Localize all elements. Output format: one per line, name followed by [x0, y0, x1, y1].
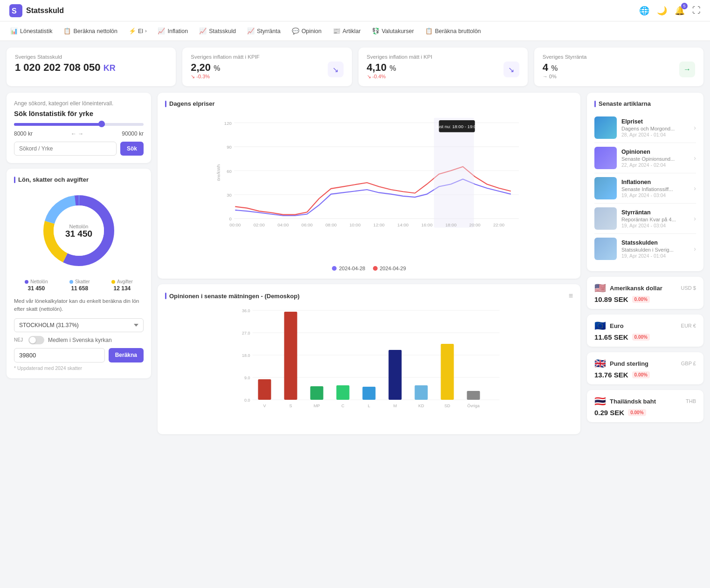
nav-styrrantan[interactable]: 📈 Styrränta [242, 25, 285, 37]
bar-V [258, 379, 271, 400]
left-column: Ange sökord, kategori eller löneinterval… [7, 93, 151, 434]
svg-text:Just nu: 18:00 - 19:00: Just nu: 18:00 - 19:00 [435, 124, 479, 129]
bell-icon[interactable]: 🔔 5 [675, 6, 685, 16]
nav-label: Artiklar [343, 28, 361, 34]
article-date: 19, Apr 2024 - 03:04 [621, 223, 689, 228]
nav-label: Valutakurser [382, 28, 414, 34]
expand-icon[interactable]: ⛶ [692, 6, 701, 15]
stat-statsskuld: Sveriges Statsskuld 1 020 202 708 050 KR [7, 48, 176, 86]
logo[interactable]: S Statsskuld [9, 4, 64, 17]
svg-text:16:00: 16:00 [421, 222, 433, 227]
currency-left: 🇺🇸 Amerikansk dollar [594, 282, 662, 294]
thb-flag: 🇹🇭 [594, 396, 606, 407]
nav-label: Styrränta [257, 28, 281, 34]
bar-SD [441, 344, 454, 400]
stat-label: Sveriges inflation mätt i KPI [367, 54, 519, 60]
legend-series1: 2024-04-28 [332, 266, 365, 271]
nav-statsskuld[interactable]: 📈 Statsskuld [194, 25, 241, 37]
range-thumb[interactable] [98, 121, 105, 127]
opinion-card: Opinionen i senaste mätningen - (Demosko… [158, 284, 580, 434]
usd-flag: 🇺🇸 [594, 282, 606, 294]
nav-berakna-nettolons[interactable]: 📋 Beräkna nettolön [59, 25, 122, 37]
church-toggle[interactable] [28, 336, 44, 344]
church-no-label: NEJ [14, 337, 23, 342]
salary-search-button[interactable]: Sök [120, 142, 144, 156]
salary-range-bar[interactable] [14, 123, 144, 126]
svg-text:C: C [341, 403, 345, 408]
opinion-menu-icon[interactable]: ≡ [569, 292, 573, 300]
svg-text:20:00: 20:00 [469, 222, 481, 227]
article-info: Inflationen Senaste Inflationssiff... 19… [621, 179, 689, 198]
articles-card: Senaste artiklarna Elpriset Dagens och M… [587, 93, 703, 271]
currency-left: 🇪🇺 Euro [594, 320, 624, 331]
gross-input[interactable] [14, 348, 105, 362]
chevron-right-icon: › [145, 28, 146, 34]
nettolons-icon: 📋 [63, 27, 71, 34]
article-item[interactable]: Inflationen Senaste Inflationssiff... 19… [594, 173, 696, 204]
nav-valutakurser[interactable]: 💱 Valutakurser [367, 25, 419, 37]
nav-inflation[interactable]: 📈 Inflation [153, 25, 193, 37]
header: S Statsskuld 🌐 🌙 🔔 5 ⛶ [0, 0, 710, 21]
salary-title: Sök lönstatistik för yrke [14, 109, 144, 117]
lonestatistik-icon: 📊 [10, 27, 18, 34]
currency-thb: 🇹🇭 Thailändsk baht THB 0.29 SEK 0.00% [587, 390, 703, 422]
bar-M [389, 350, 402, 400]
article-title: Inflationen [621, 179, 689, 185]
stat-label: Sveriges Statsskuld [15, 54, 167, 60]
svg-text:27.0: 27.0 [242, 331, 250, 335]
article-item[interactable]: Statsskulden Statsskulden i Sverig... 19… [594, 234, 696, 264]
article-item[interactable]: Opinionen Senaste Opinionsund... 22, Apr… [594, 143, 696, 173]
nav-lonestatistik[interactable]: 📊 Lönestatistik [6, 25, 57, 37]
nav-opinion[interactable]: 💬 Opinion [287, 25, 326, 37]
avgifter-label: Avgifter [117, 279, 133, 284]
gbp-name: Pund sterling [610, 360, 648, 367]
svg-text:31 450: 31 450 [65, 229, 92, 239]
article-chevron-icon: › [694, 215, 696, 222]
bar-MP [310, 386, 324, 400]
gbp-value: 13.76 SEK [594, 371, 628, 379]
article-date: 28, Apr 2024 - 01:04 [621, 132, 689, 137]
thb-change: 0.00% [628, 409, 646, 416]
nav-berakna-bruttolons[interactable]: 📋 Beräkna bruttolön [420, 25, 486, 37]
electricity-title: Dagens elpriser [165, 100, 573, 107]
salary-search-input[interactable] [14, 142, 117, 156]
article-title: Elpriset [621, 118, 689, 125]
range-nav[interactable]: ← → [71, 130, 83, 137]
range-min: 8000 kr [14, 130, 33, 137]
svg-text:S: S [12, 7, 17, 15]
article-thumb [594, 177, 617, 199]
bar-S [284, 312, 297, 400]
svg-text:0.0: 0.0 [244, 398, 250, 403]
svg-text:36.0: 36.0 [242, 308, 250, 313]
article-item[interactable]: Elpriset Dagens och Morgond... 28, Apr 2… [594, 113, 696, 143]
opinion-icon: 💬 [292, 27, 299, 34]
article-chevron-icon: › [694, 245, 696, 253]
main-content: Ange sökord, kategori eller löneinterval… [0, 86, 710, 441]
calc-button[interactable]: Beräkna [109, 348, 144, 362]
nav-el[interactable]: ⚡ El › [124, 25, 151, 37]
usd-change: 0.00% [632, 296, 650, 303]
article-item[interactable]: Styrräntan Reporäntan Kvar på 4... 19, A… [594, 204, 696, 234]
nav-artiklar[interactable]: 📰 Artiklar [328, 25, 365, 37]
svg-text:9.0: 9.0 [244, 376, 250, 380]
currency-gbp: 🇬🇧 Pund sterling GBP £ 13.76 SEK 0.00% [587, 352, 703, 384]
svg-text:0: 0 [229, 216, 231, 221]
svg-text:04:00: 04:00 [277, 222, 289, 227]
stat-kpi: Sveriges inflation mätt i KPI 4,10 % ↘ -… [358, 48, 528, 86]
series1-label: 2024-04-28 [339, 266, 365, 271]
article-date: 19, Apr 2024 - 01:04 [621, 253, 689, 259]
salary-breakdown-title: Lön, skatter och avgifter [14, 176, 144, 183]
svg-text:KD: KD [418, 403, 424, 408]
currency-header: 🇹🇭 Thailändsk baht THB [594, 396, 696, 407]
currency-header: 🇬🇧 Pund sterling GBP £ [594, 358, 696, 369]
series2-dot [373, 266, 378, 271]
dark-mode-icon[interactable]: 🌙 [657, 6, 667, 16]
stat-value: 2,20 % [191, 62, 220, 73]
globe-icon[interactable]: 🌐 [639, 6, 649, 16]
thb-name: Thailändsk baht [610, 398, 656, 405]
region-select[interactable]: STOCKHOLM (31.37%) [14, 318, 144, 332]
svg-text:12:00: 12:00 [373, 222, 385, 227]
avgifter-dot [111, 280, 115, 284]
series1-dot [332, 266, 337, 271]
article-thumb [594, 207, 617, 230]
